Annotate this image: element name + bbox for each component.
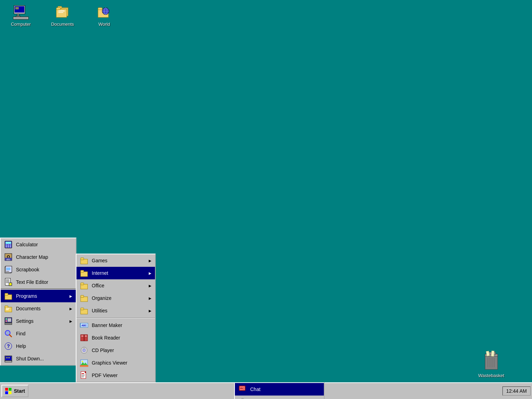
- svg-rect-32: [8, 245, 9, 246]
- menu-item-shutdown[interactable]: Shut Down...: [1, 352, 76, 365]
- svg-rect-80: [81, 283, 84, 285]
- svg-rect-20: [485, 354, 498, 369]
- desktop-icon-computer[interactable]: Computer: [7, 3, 35, 27]
- menu-item-scrapbook[interactable]: Scrapbook: [1, 263, 76, 276]
- svg-rect-11: [58, 10, 65, 11]
- office-arrow: ▶: [149, 284, 152, 288]
- svg-rect-106: [82, 376, 84, 376]
- svg-rect-104: [82, 373, 84, 374]
- organize-label: Organize: [92, 295, 112, 301]
- svg-rect-30: [6, 242, 11, 244]
- menu-item-find[interactable]: Find: [1, 327, 76, 340]
- find-label: Find: [16, 331, 25, 336]
- svg-rect-89: [84, 335, 88, 341]
- svg-rect-96: [83, 347, 85, 348]
- taskbar-time: 12:44 AM: [502, 386, 531, 396]
- programs-submenu-panel: Games ▶ Internet ▶ Office ▶: [76, 254, 156, 382]
- menu-item-programs[interactable]: Programs ▶: [1, 290, 76, 302]
- menu-item-help[interactable]: ? Help: [1, 340, 76, 352]
- svg-rect-56: [5, 306, 8, 308]
- menu-item-graphics-viewer[interactable]: Graphics Viewer: [76, 357, 155, 369]
- start-icon: [5, 388, 12, 394]
- menu-item-pdf-viewer[interactable]: PDF Viewer: [76, 369, 155, 382]
- menu-item-settings[interactable]: Settings ▶: [1, 315, 76, 327]
- svg-line-67: [9, 335, 11, 337]
- desktop-icon-documents[interactable]: Documents: [49, 3, 76, 27]
- menu-item-book-reader[interactable]: Book Reader: [76, 332, 155, 344]
- svg-point-95: [83, 350, 85, 351]
- svg-rect-139: [9, 388, 11, 391]
- svg-rect-34: [6, 246, 7, 247]
- svg-rect-12: [58, 12, 63, 13]
- svg-rect-36: [10, 246, 11, 247]
- svg-rect-76: [81, 258, 84, 260]
- chat-label: Chat: [250, 386, 261, 392]
- start-menu-top-section: Calculator Ω abc Character Map: [1, 238, 76, 289]
- svg-text:RC: RC: [240, 387, 244, 390]
- svg-rect-24: [491, 351, 494, 357]
- svg-rect-74: [5, 361, 12, 362]
- menu-item-office[interactable]: Office ▶: [76, 279, 155, 292]
- games-label: Games: [92, 258, 107, 263]
- menu-item-banner-maker[interactable]: ABC Banner Maker: [76, 319, 155, 332]
- computer-label: Computer: [11, 22, 31, 27]
- menu-item-dialup[interactable]: Dial-up & Configure: [235, 396, 324, 399]
- character-map-label: Character Map: [16, 254, 48, 260]
- svg-rect-44: [6, 271, 9, 272]
- svg-rect-2: [17, 14, 19, 16]
- scrapbook-label: Scrapbook: [16, 267, 39, 272]
- wastebasket[interactable]: Wastebasket: [478, 351, 504, 378]
- programs-label: Programs: [16, 293, 37, 299]
- svg-rect-6: [15, 7, 19, 9]
- svg-rect-91: [81, 336, 83, 336]
- svg-rect-92: [85, 336, 87, 336]
- menu-item-calculator[interactable]: Calculator: [1, 238, 76, 251]
- pdf-viewer-label: PDF Viewer: [92, 373, 117, 378]
- svg-rect-138: [5, 388, 8, 391]
- games-arrow: ▶: [149, 259, 152, 263]
- svg-point-66: [6, 331, 9, 335]
- organize-arrow: ▶: [149, 296, 152, 300]
- svg-rect-84: [81, 308, 84, 310]
- svg-rect-100: [80, 365, 88, 367]
- svg-point-99: [82, 361, 83, 362]
- svg-rect-57: [6, 308, 9, 309]
- cd-player-label: CD Player: [92, 348, 114, 353]
- menu-item-organize[interactable]: Organize ▶: [76, 292, 155, 304]
- svg-rect-9: [56, 9, 67, 17]
- programs-arrow: ▶: [69, 294, 72, 298]
- desktop-icon-world[interactable]: World: [90, 3, 118, 27]
- documents-menu-label: Documents: [16, 306, 41, 311]
- utilities-label: Utilities: [92, 308, 107, 313]
- menu-item-text-file-editor[interactable]: Text File Editor: [1, 276, 76, 288]
- settings-label: Settings: [16, 318, 34, 324]
- menu-item-games[interactable]: Games ▶: [76, 254, 155, 267]
- svg-text:abc: abc: [6, 258, 10, 261]
- menu-item-chat[interactable]: RC Chat: [235, 383, 324, 396]
- menu-item-utilities[interactable]: Utilities ▶: [76, 304, 155, 317]
- menu-item-cd-player[interactable]: CD Player: [76, 344, 155, 357]
- start-button[interactable]: Start: [1, 385, 28, 397]
- svg-rect-33: [10, 245, 11, 246]
- book-reader-label: Book Reader: [92, 335, 120, 341]
- wastebasket-label: Wastebasket: [478, 373, 504, 378]
- svg-rect-73: [8, 357, 10, 358]
- svg-rect-35: [8, 246, 9, 247]
- calculator-label: Calculator: [16, 242, 38, 247]
- documents-label: Documents: [51, 22, 74, 27]
- internet-label: Internet: [92, 270, 108, 276]
- menu-item-internet[interactable]: Internet ▶: [76, 267, 155, 279]
- svg-rect-54: [5, 293, 8, 295]
- svg-rect-82: [81, 295, 84, 297]
- svg-rect-64: [5, 323, 11, 324]
- menu-item-character-map[interactable]: Ω abc Character Map: [1, 251, 76, 263]
- svg-rect-31: [6, 245, 7, 246]
- desktop-icons: Computer Documents World: [7, 3, 118, 27]
- svg-rect-88: [81, 335, 84, 341]
- svg-rect-58: [6, 309, 9, 310]
- internet-arrow: ▶: [149, 271, 152, 275]
- svg-rect-62: [8, 318, 11, 322]
- svg-rect-141: [9, 391, 11, 394]
- menu-item-documents[interactable]: Documents ▶: [1, 302, 76, 315]
- world-label: World: [98, 22, 110, 27]
